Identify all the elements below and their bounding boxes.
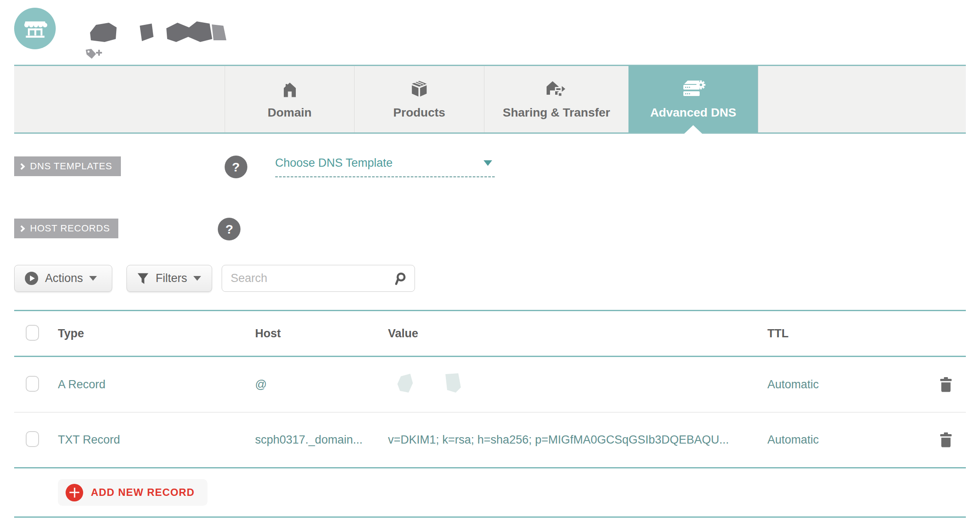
house-icon [281,80,299,99]
dns-templates-help-button[interactable]: ? [225,156,247,178]
storefront-icon [23,16,48,41]
chevron-right-icon [18,163,25,170]
column-header-value: Value [388,327,767,340]
delete-record-button[interactable] [926,432,966,447]
record-value-redacted [388,370,767,399]
search-box [222,265,415,292]
tab-spacer [758,66,966,132]
tab-label: Sharing & Transfer [503,106,610,120]
table-row: TXT Record scph0317._domain... v=DKIM1; … [14,413,966,468]
dns-template-dropdown-label: Choose DNS Template [275,156,393,170]
tab-bar: Domain Products [14,65,966,134]
search-input[interactable] [231,272,394,285]
filters-button[interactable]: Filters [126,265,212,292]
delete-record-button[interactable] [926,377,966,392]
chevron-down-icon [484,160,492,166]
dns-templates-section: DNS TEMPLATES ? Choose DNS Template [14,156,495,178]
tab-sharing-transfer[interactable]: Sharing & Transfer [484,66,628,132]
tab-domain[interactable]: Domain [225,66,354,132]
chevron-right-icon [18,225,25,232]
dns-templates-badge: DNS TEMPLATES [14,156,121,176]
tab-advanced-dns[interactable]: Advanced DNS [628,66,758,132]
table-header-row: Type Host Value TTL [14,310,966,357]
record-value[interactable]: v=DKIM1; k=rsa; h=sha256; p=MIGfMA0GCSqG… [388,433,767,447]
column-header-ttl: TTL [767,327,926,340]
record-ttl[interactable]: Automatic [767,433,926,447]
tab-label: Domain [268,106,312,120]
column-header-host: Host [255,327,388,340]
record-host[interactable]: @ [255,378,388,391]
box-icon [409,79,429,99]
host-records-badge: HOST RECORDS [14,219,118,238]
add-new-record-label: ADD NEW RECORD [91,486,195,498]
chevron-down-icon [89,276,97,281]
trash-icon [939,377,953,392]
chevron-down-icon [193,276,201,281]
account-header [0,0,980,65]
record-ttl[interactable]: Automatic [767,378,926,391]
advanced-dns-page: Domain Products [0,0,980,528]
table-row: A Record @ Automatic [14,357,966,413]
dns-template-dropdown[interactable]: Choose DNS Template [275,156,495,177]
filters-button-label: Filters [156,272,187,285]
row-checkbox[interactable] [26,376,39,392]
host-records-section: HOST RECORDS ? [14,219,240,240]
house-transfer-icon [545,79,568,99]
add-new-record-button[interactable]: ADD NEW RECORD [58,479,207,506]
select-all-checkbox[interactable] [26,325,39,341]
row-checkbox[interactable] [26,431,39,447]
badge-label: DNS TEMPLATES [30,161,112,172]
search-icon[interactable] [394,272,407,285]
host-records-table: Type Host Value TTL A Record @ Automatic [14,310,966,468]
redacted-domain-name [64,15,227,49]
tab-spacer [14,66,225,132]
record-type[interactable]: A Record [58,378,255,391]
actions-button[interactable]: Actions [14,265,112,292]
tab-products[interactable]: Products [354,66,484,132]
avatar[interactable] [14,8,56,49]
records-toolbar: Actions Filters [14,265,415,292]
host-records-help-button[interactable]: ? [218,218,240,240]
tag-plus-icon[interactable] [84,47,103,62]
plus-circle-icon [66,484,83,501]
actions-button-label: Actions [45,272,83,285]
play-circle-icon [25,272,38,285]
record-host[interactable]: scph0317._domain... [255,433,388,447]
column-header-type: Type [58,327,255,340]
record-type[interactable]: TXT Record [58,433,255,447]
table-footer: ADD NEW RECORD [14,468,966,518]
trash-icon [939,432,953,447]
tab-label: Advanced DNS [650,106,737,120]
tab-label: Products [393,106,445,120]
redacted-value-blobs [388,370,474,397]
funnel-icon [137,273,149,285]
badge-label: HOST RECORDS [30,223,110,234]
dns-server-gear-icon [681,79,706,99]
